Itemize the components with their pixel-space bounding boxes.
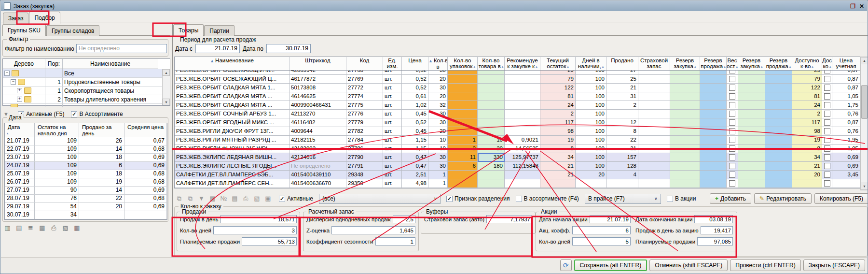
grid-icon[interactable]: ▦ — [72, 224, 82, 233]
goods-row[interactable]: САЛФЕТКИ ДЕТ.ВЛ.ПАМПЕРС БЭБ...4015400439… — [175, 171, 860, 179]
date-header-cell[interactable]: Продано задень — [79, 123, 124, 137]
field-input[interactable]: 03.08.19 — [694, 215, 733, 223]
edit-button[interactable]: ✎Редактировать — [754, 193, 812, 204]
goods-header-cell[interactable]: Весост▴ — [727, 57, 738, 70]
date-to-input[interactable]: 30.07.19 — [266, 44, 311, 53]
goods-row[interactable]: РЕЗ.ЖЕВ.ОРБИТ ОСВЕЖАЮЩИЙ Ц...46177872277… — [175, 75, 860, 84]
goods-header-cell[interactable]: Продано — [606, 57, 638, 70]
goods-row[interactable]: РЕЗ.ЖЕВ.РИГЛИ МЯТНЫЙ РАЗРЯД ...421821152… — [175, 136, 860, 144]
goods-row[interactable]: РЕЗ.ЖЕВ.ОРБИТ СЛАДКАЯ МЯТА 1...501738082… — [175, 84, 860, 92]
checkbox-icon[interactable] — [824, 163, 830, 169]
checkbox-icon[interactable] — [729, 111, 735, 117]
goods-header-cell[interactable]: Страховойзапас — [638, 57, 670, 70]
copy-button[interactable]: Копировать (F5) — [814, 193, 868, 204]
field-input[interactable]: 55,713 — [242, 237, 297, 245]
tab-Партии[interactable]: Партии — [204, 25, 234, 36]
filter-icon[interactable]: ▼ — [196, 194, 207, 203]
checkbox-icon[interactable] — [824, 137, 830, 143]
tree-scrollbar[interactable]: ▲ ▼ — [162, 69, 170, 105]
tab-Заказ[interactable]: Заказ — [3, 13, 28, 24]
sum-icon[interactable]: ▤ — [230, 194, 240, 203]
expand-icon[interactable]: + — [17, 88, 22, 93]
goods-header-cell[interactable]: Резервзакупка▴ — [738, 57, 765, 70]
checkbox-icon[interactable]: ✓ — [279, 196, 285, 202]
tab-Группы складов[interactable]: Группы складов — [46, 25, 99, 36]
footer-button[interactable]: Сохранить (alt ENTER) — [574, 260, 648, 271]
numbered-list-icon[interactable]: ▤ — [14, 224, 24, 233]
date-from-input[interactable]: 21.07.19 — [195, 44, 240, 53]
checkbox-icon[interactable] — [824, 154, 830, 160]
footer-button[interactable]: Отменить (shift ESCAPE) — [649, 260, 728, 271]
scroll-up-icon[interactable]: ▲ — [163, 69, 170, 76]
print-icon[interactable]: ⎙ — [49, 224, 59, 233]
collapse-icon[interactable]: − — [11, 79, 16, 85]
date-row[interactable]: 25.07.19109180,68 — [5, 170, 167, 178]
field-input[interactable]: 2,5 — [393, 215, 415, 223]
checkbox-icon[interactable] — [729, 128, 735, 134]
checkbox-icon[interactable] — [729, 93, 735, 100]
collapse-icon[interactable]: − — [4, 71, 10, 76]
field-input[interactable]: 1,645 — [331, 226, 415, 234]
scrollbar-thumb[interactable] — [861, 85, 868, 119]
goods-header-cell[interactable]: Дней вналичии,▴ — [576, 57, 606, 70]
goods-header-cell[interactable]: ▲Кол-вв — [428, 57, 448, 70]
print-icon[interactable]: ⎙ — [241, 194, 251, 203]
field-input[interactable]: 1 — [375, 237, 416, 245]
field-input[interactable]: 19,417 — [701, 226, 733, 234]
date-row[interactable]: 29.07.1954200,69 — [5, 203, 167, 211]
list-icon[interactable]: ≣ — [26, 224, 36, 233]
all-filter-dropdown[interactable]: (все) ∨ — [319, 194, 441, 204]
checkbox-icon[interactable] — [824, 76, 830, 82]
tab-Подбор[interactable]: Подбор — [29, 12, 60, 24]
excel-icon[interactable]: ▧ — [252, 194, 262, 203]
expand-icon[interactable]: + — [17, 97, 22, 102]
date-header-cell[interactable]: Дата▴ — [5, 123, 35, 137]
goods-header-cell[interactable]: Кол-вотовара в▴ — [478, 57, 505, 70]
checkbox-icon[interactable] — [729, 119, 735, 126]
date-header-cell[interactable]: Остаток наначало дня — [35, 123, 79, 137]
tab-Товары[interactable]: Товары — [173, 24, 204, 36]
checkbox-icon[interactable] — [667, 196, 673, 202]
tree-row[interactable]: +1Скоропортящиеся товары — [3, 87, 170, 95]
checkbox-icon[interactable] — [824, 85, 830, 91]
in-promo-checkbox[interactable]: В акции — [667, 195, 696, 202]
tree-header-cell[interactable]: Пор: — [45, 59, 63, 69]
goods-row[interactable]: САЛФЕТКИ ДЕТ.ВЛ.ПАМПЕРС СЕН...4015400636… — [175, 179, 860, 188]
goods-row[interactable]: РЕЗ.ЖЕВ.ОРБИТ СОЧНЫЙ АРБУЗ 1...421132702… — [175, 110, 860, 118]
checkbox-icon[interactable]: ✓ — [71, 111, 77, 117]
tree-header-cell[interactable]: Дерево — [3, 59, 45, 69]
date-row[interactable]: 24.07.1910960,69 — [5, 162, 167, 170]
numbering-icon[interactable]: № — [219, 194, 229, 203]
checkbox-icon[interactable] — [729, 85, 735, 91]
checkbox-icon[interactable] — [729, 180, 735, 187]
filter-by-name-input[interactable]: Не определено — [76, 44, 167, 53]
scroll-down-icon[interactable]: ▼ — [163, 99, 170, 105]
checkbox-icon[interactable] — [824, 145, 830, 152]
goods-row[interactable]: РЕЗ.ЖЕВ.ЭКЛИПС ЛЕСНЫЕ ЯГОДЫ...Не определ… — [175, 162, 860, 171]
date-row[interactable]: 23.07.19109180,69 — [5, 154, 167, 162]
goods-header-cell[interactable]: Резервзакупка▴ — [670, 57, 700, 70]
goods-header-cell[interactable]: Ед.изм. — [383, 57, 402, 70]
checkbox-icon[interactable] — [824, 128, 830, 134]
goods-row[interactable]: РЕЗ.ЖЕВ.РИГЛИ ФЬЮЖН 31Г WRI...4218209227… — [175, 144, 860, 153]
checkbox-icon[interactable] — [729, 137, 735, 143]
checkbox-icon[interactable] — [729, 76, 735, 82]
goods-row[interactable]: РЕЗ.ЖЕВ.ОРБИТ ЯГОДНЫЙ МИКС ...4611648227… — [175, 118, 860, 127]
goods-header-cell[interactable]: Цена — [402, 57, 428, 70]
goods-header-cell[interactable]: Текущийостаток▴ — [540, 57, 576, 70]
tree-filter-checkbox[interactable]: ✓В Ассортименте — [71, 111, 123, 117]
close-icon[interactable]: ✕ — [859, 3, 864, 9]
tree-row[interactable] — [3, 104, 170, 107]
goods-header-cell[interactable]: Резервпродажа▴ — [700, 57, 727, 70]
checkbox-icon[interactable]: ✓ — [446, 196, 453, 202]
excel-export-icon[interactable]: ▧ — [60, 224, 70, 233]
tree-row[interactable]: −1Продовольственные товары — [3, 78, 170, 87]
goods-header-cell[interactable]: Кол-воупаковок▴ — [448, 57, 478, 70]
checkbox-icon[interactable] — [824, 93, 830, 100]
price-filter-dropdown[interactable]: В прайсе (F7) ∨ — [585, 194, 661, 204]
copy-to-order-icon[interactable]: ⧉ — [174, 194, 184, 203]
date-row[interactable]: 30.07.1934 — [5, 211, 167, 219]
refresh-button[interactable]: ⟳ — [560, 260, 572, 271]
date-row[interactable]: 22.07.19109140,68 — [5, 145, 167, 154]
checkbox-icon[interactable] — [729, 172, 735, 178]
